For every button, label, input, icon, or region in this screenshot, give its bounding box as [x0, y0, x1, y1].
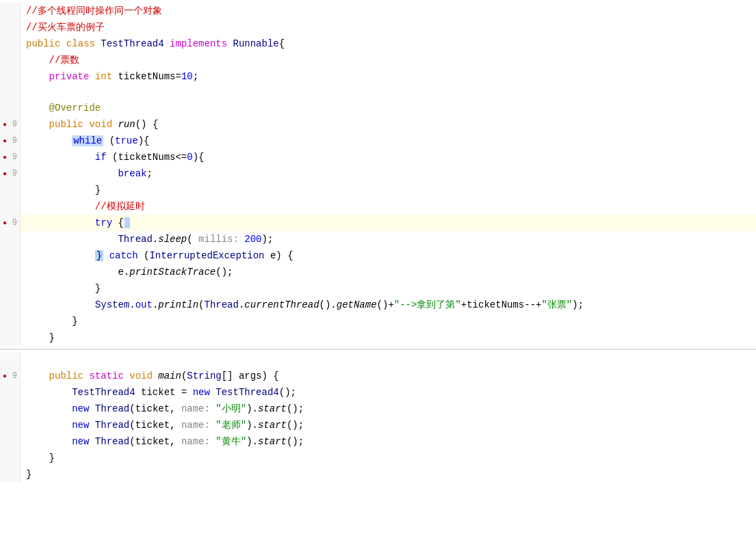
- line-number: [0, 329, 21, 346]
- line-text: }: [21, 313, 756, 329]
- line-number: [0, 231, 21, 247]
- code-line: @Override: [0, 100, 756, 116]
- code-line: [0, 353, 756, 368]
- code-section-1: //多个线程同时操作同一个对象 //买火车票的例子 public class T…: [0, 0, 756, 349]
- code-line: 9 try {: [0, 215, 756, 231]
- line-number: [0, 450, 21, 466]
- code-line: new Thread(ticket, name: "老师").start();: [0, 417, 756, 433]
- line-text: }: [21, 466, 756, 483]
- code-line: }: [0, 329, 756, 346]
- line-text: [21, 353, 756, 368]
- code-line: }: [0, 182, 756, 198]
- code-line: TestThread4 ticket = new TestThread4();: [0, 384, 756, 401]
- line-number: [0, 3, 21, 19]
- code-line: 9 if (ticketNums<=0){: [0, 149, 756, 165]
- code-line: }: [0, 280, 756, 297]
- line-text: }: [21, 329, 756, 346]
- line-number: 9: [0, 133, 21, 149]
- line-text: if (ticketNums<=0){: [21, 149, 756, 165]
- line-number: [0, 417, 21, 433]
- line-text: Thread.sleep( millis: 200);: [21, 231, 756, 247]
- line-text: } catch (InterruptedException e) {: [21, 247, 756, 264]
- line-text: public void run() {: [21, 116, 756, 133]
- line-text: break;: [21, 165, 756, 182]
- code-line: //票数: [0, 52, 756, 68]
- line-number: 9: [0, 116, 21, 133]
- code-line: System.out.println(Thread.currentThread(…: [0, 297, 756, 313]
- line-number: [0, 247, 21, 264]
- line-text: public class TestThread4 implements Runn…: [21, 36, 756, 52]
- line-text: System.out.println(Thread.currentThread(…: [21, 297, 756, 313]
- line-text: }: [21, 280, 756, 297]
- line-number: [0, 280, 21, 297]
- line-number: [0, 198, 21, 215]
- code-line: }: [0, 466, 756, 483]
- code-line: new Thread(ticket, name: "黄牛").start();: [0, 433, 756, 450]
- code-line: 9 break;: [0, 165, 756, 182]
- line-text: //多个线程同时操作同一个对象: [21, 3, 756, 19]
- line-number: [0, 401, 21, 417]
- line-text: //模拟延时: [21, 198, 756, 215]
- line-number: [0, 433, 21, 450]
- code-line: [0, 85, 756, 100]
- code-line: 9 public static void main(String[] args)…: [0, 368, 756, 384]
- line-number: [0, 297, 21, 313]
- line-number: 9: [0, 215, 21, 231]
- line-number: [0, 264, 21, 280]
- line-number: [0, 19, 21, 36]
- code-section-2: 9 public static void main(String[] args)…: [0, 350, 756, 485]
- line-text: new Thread(ticket, name: "黄牛").start();: [21, 433, 756, 450]
- line-text: [21, 85, 756, 100]
- line-number: 9: [0, 149, 21, 165]
- line-text: TestThread4 ticket = new TestThread4();: [21, 384, 756, 401]
- line-number: [0, 85, 21, 100]
- line-text: //买火车票的例子: [21, 19, 756, 36]
- line-text: }: [21, 182, 756, 198]
- line-number: [0, 52, 21, 68]
- code-line: }: [0, 313, 756, 329]
- line-text: }: [21, 450, 756, 466]
- line-number: [0, 313, 21, 329]
- line-number: [0, 353, 21, 368]
- code-line: //模拟延时: [0, 198, 756, 215]
- code-line: } catch (InterruptedException e) {: [0, 247, 756, 264]
- line-number: [0, 100, 21, 116]
- code-line: }: [0, 450, 756, 466]
- line-text: public static void main(String[] args) {: [21, 368, 756, 384]
- code-line: e.printStackTrace();: [0, 264, 756, 280]
- line-number: [0, 182, 21, 198]
- line-text: while (true){: [21, 133, 756, 149]
- line-text: new Thread(ticket, name: "老师").start();: [21, 417, 756, 433]
- code-line: public class TestThread4 implements Runn…: [0, 36, 756, 52]
- line-text: private int ticketNums=10;: [21, 68, 756, 85]
- line-text: //票数: [21, 52, 756, 68]
- code-line: private int ticketNums=10;: [0, 68, 756, 85]
- line-text: new Thread(ticket, name: "小明").start();: [21, 401, 756, 417]
- line-number: [0, 68, 21, 85]
- code-line: //多个线程同时操作同一个对象: [0, 3, 756, 19]
- line-text: e.printStackTrace();: [21, 264, 756, 280]
- code-line: new Thread(ticket, name: "小明").start();: [0, 401, 756, 417]
- line-text: @Override: [21, 100, 756, 116]
- line-text: try {: [21, 215, 756, 231]
- code-line: //买火车票的例子: [0, 19, 756, 36]
- line-number: 9: [0, 165, 21, 182]
- code-line: 9 while (true){: [0, 133, 756, 149]
- line-number: 9: [0, 368, 21, 384]
- code-line: Thread.sleep( millis: 200);: [0, 231, 756, 247]
- line-number: [0, 384, 21, 401]
- line-number: [0, 36, 21, 52]
- code-editor: //多个线程同时操作同一个对象 //买火车票的例子 public class T…: [0, 0, 756, 553]
- code-line: 9 public void run() {: [0, 116, 756, 133]
- line-number: [0, 466, 21, 483]
